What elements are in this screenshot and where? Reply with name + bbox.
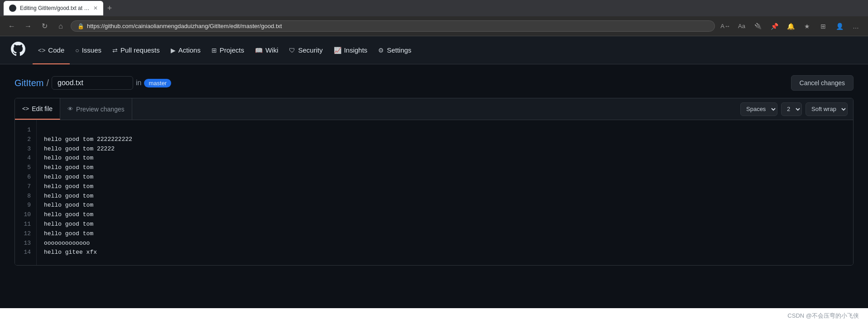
browser-action-buttons: A↔ Aa 🔌 📌 🔔 ★ ⊞ 👤 …: [719, 19, 863, 33]
home-button[interactable]: ⌂: [54, 20, 67, 33]
github-page: <>Code○Issues⇄Pull requests▶Actions⊞Proj…: [0, 36, 868, 308]
line-number-6: 6: [22, 173, 31, 182]
line-number-14: 14: [22, 248, 31, 257]
nav-item-wiki[interactable]: 📖Wiki: [249, 36, 283, 64]
softwrap-select[interactable]: Soft wrap No wrap: [806, 102, 848, 116]
line-number-4: 4: [22, 154, 31, 163]
tab-preview-label: Preview changes: [76, 106, 125, 113]
nav-item-issues[interactable]: ○Issues: [70, 36, 107, 64]
code-editor: 1234567891011121314 hello good tom 22222…: [15, 120, 853, 265]
cancel-changes-button[interactable]: Cancel changes: [791, 75, 854, 91]
collections-button[interactable]: ⊞: [816, 19, 830, 33]
code-nav-icon: <>: [38, 47, 45, 54]
code-line-4: hello good tom: [44, 154, 846, 163]
code-line-5: hello good tom: [44, 163, 846, 173]
nav-label-settings: Settings: [387, 46, 411, 54]
line-number-2: 2: [22, 135, 31, 145]
code-line-12: hello good tom: [44, 229, 846, 239]
nav-label-actions: Actions: [178, 46, 201, 54]
code-line-3: hello good tom 22222: [44, 145, 846, 154]
code-content[interactable]: hello good tom 2222222222hello good tom …: [37, 120, 853, 265]
filename-input[interactable]: [52, 76, 133, 90]
favorites-button[interactable]: ★: [800, 19, 814, 33]
nav-label-security: Security: [298, 46, 322, 54]
nav-item-code[interactable]: <>Code: [33, 36, 70, 64]
nav-label-projects: Projects: [220, 46, 244, 54]
nav-item-settings[interactable]: ⚙Settings: [373, 36, 417, 64]
wiki-nav-icon: 📖: [255, 47, 263, 54]
browser-tab[interactable]: Editing GitItem/good.txt at mast... ✕: [4, 1, 103, 15]
repo-link[interactable]: GitItem: [14, 78, 43, 88]
tab-title: Editing GitItem/good.txt at mast...: [20, 5, 90, 11]
code-line-1: [44, 126, 846, 135]
browser-tab-bar: Editing GitItem/good.txt at mast... ✕ +: [0, 0, 868, 16]
url-text: https://github.com/cainiaolianmengdaduiz…: [87, 23, 708, 29]
tab-preview-changes[interactable]: 👁 Preview changes: [60, 98, 132, 120]
branch-in-label: in: [136, 79, 141, 87]
indent-size-select[interactable]: 2 4 8: [781, 102, 802, 116]
actions-nav-icon: ▶: [171, 47, 176, 54]
nav-item-insights[interactable]: 📈Insights: [328, 36, 373, 64]
projects-nav-icon: ⊞: [211, 47, 217, 54]
code-line-14: hello gitee xfx: [44, 248, 846, 257]
pin-button[interactable]: 📌: [767, 19, 781, 33]
editor-options: Spaces Tabs 2 4 8 Soft wrap No wrap: [740, 102, 853, 116]
code-line-10: hello good tom: [44, 210, 846, 220]
security-nav-icon: 🛡: [289, 47, 295, 54]
code-line-13: ooooooooooooo: [44, 239, 846, 248]
code-line-8: hello good tom: [44, 192, 846, 201]
line-number-12: 12: [22, 229, 31, 239]
edit-file-icon: <>: [22, 105, 29, 112]
tab-edit-file-label: Edit file: [32, 105, 53, 112]
tab-edit-file[interactable]: <> Edit file: [15, 98, 60, 120]
tab-close-icon[interactable]: ✕: [93, 5, 98, 11]
lock-icon: 🔒: [77, 23, 84, 29]
preview-icon: 👁: [67, 106, 73, 112]
indent-type-select[interactable]: Spaces Tabs: [740, 102, 777, 116]
github-content: GitItem / in master Cancel changes <> Ed…: [0, 64, 868, 276]
back-button[interactable]: ←: [5, 20, 18, 33]
pull-requests-nav-icon: ⇄: [112, 47, 118, 54]
nav-item-security[interactable]: 🛡Security: [283, 36, 328, 64]
code-line-7: hello good tom: [44, 182, 846, 192]
line-number-8: 8: [22, 192, 31, 201]
line-number-13: 13: [22, 239, 31, 248]
nav-item-projects[interactable]: ⊞Projects: [206, 36, 249, 64]
refresh-button[interactable]: ↻: [38, 20, 51, 33]
github-topnav: <>Code○Issues⇄Pull requests▶Actions⊞Proj…: [0, 36, 868, 64]
nav-items: <>Code○Issues⇄Pull requests▶Actions⊞Proj…: [33, 36, 417, 64]
address-bar[interactable]: 🔒 https://github.com/cainiaolianmengdadu…: [71, 20, 715, 32]
forward-button[interactable]: →: [22, 20, 34, 33]
new-tab-button[interactable]: +: [103, 2, 116, 15]
insights-nav-icon: 📈: [334, 47, 341, 54]
translate-button[interactable]: A↔: [719, 19, 732, 33]
menu-button[interactable]: …: [849, 19, 863, 33]
nav-item-actions[interactable]: ▶Actions: [165, 36, 206, 64]
profile-button[interactable]: 👤: [833, 19, 846, 33]
breadcrumb-sep: /: [46, 78, 49, 88]
nav-label-pull-requests: Pull requests: [120, 46, 160, 54]
branch-badge: master: [144, 79, 171, 87]
nav-item-pull-requests[interactable]: ⇄Pull requests: [107, 36, 165, 64]
read-mode-button[interactable]: Aa: [735, 19, 748, 33]
breadcrumb: GitItem / in master: [14, 76, 171, 90]
tab-favicon: [9, 5, 16, 12]
editor-container: <> Edit file 👁 Preview changes Spaces Ta…: [14, 98, 854, 266]
line-number-5: 5: [22, 163, 31, 173]
code-line-11: hello good tom: [44, 220, 846, 229]
issues-nav-icon: ○: [75, 47, 79, 54]
extensions-button[interactable]: 🔌: [751, 19, 765, 33]
browser-controls: ← → ↻ ⌂ 🔒 https://github.com/cainiaolian…: [0, 16, 868, 36]
notifications-button[interactable]: 🔔: [784, 19, 797, 33]
editor-toolbar: <> Edit file 👁 Preview changes Spaces Ta…: [15, 98, 853, 120]
line-number-7: 7: [22, 182, 31, 192]
file-header-row: GitItem / in master Cancel changes: [14, 75, 854, 91]
nav-label-code: Code: [48, 46, 64, 54]
github-logo[interactable]: [11, 42, 25, 59]
nav-label-insights: Insights: [344, 46, 368, 54]
line-number-10: 10: [22, 210, 31, 220]
line-number-3: 3: [22, 145, 31, 154]
code-line-9: hello good tom: [44, 201, 846, 210]
line-number-11: 11: [22, 220, 31, 229]
code-line-6: hello good tom: [44, 173, 846, 182]
